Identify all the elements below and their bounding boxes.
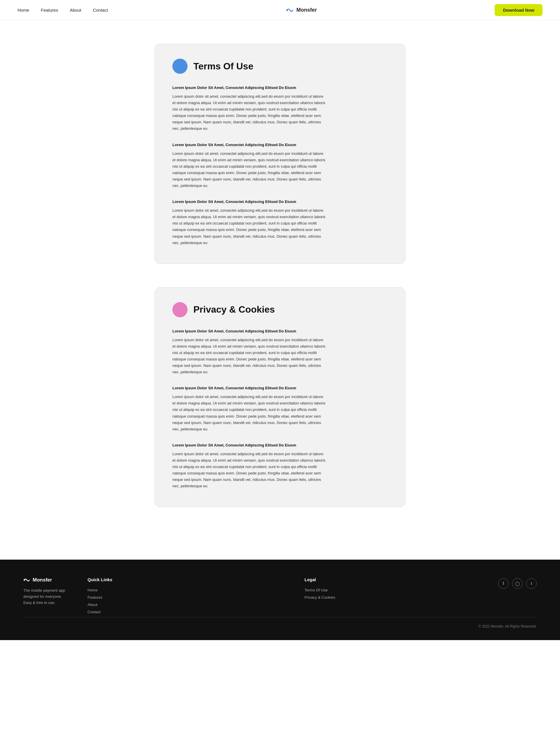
privacy-section: Privacy & Cookies Lorem Ipsum Dolor Sit …: [155, 287, 405, 507]
content-block: Lorem Ipsum Dolor Sit Amet, Consectet Ad…: [172, 386, 388, 432]
privacy-icon: [172, 302, 188, 317]
svg-point-0: [286, 9, 288, 11]
footer-legal-title: Legal: [305, 577, 498, 582]
content-block: Lorem Ipsum Dolor Sit Amet, Consectet Ad…: [172, 143, 388, 189]
terms-title: Terms Of Use: [193, 61, 253, 72]
content-subtitle: Lorem Ipsum Dolor Sit Amet, Consectet Ad…: [172, 386, 388, 390]
footer-bottom: © 2022 Monsfer. All Rights Reserved.: [23, 617, 537, 628]
footer-legal: Legal Terms Of UsePrivacy & Cookies: [305, 577, 498, 617]
nav-logo-text: Monsfer: [296, 7, 317, 13]
footer-columns: Quick Links HomeFeaturesAboutContact Leg…: [87, 577, 498, 617]
content-block: Lorem Ipsum Dolor Sit Amet, Consectet Ad…: [172, 85, 388, 132]
footer-legal-link[interactable]: Terms Of Use: [305, 588, 498, 592]
footer-copyright: © 2022 Monsfer. All Rights Reserved.: [478, 624, 537, 628]
content-text: Lorem ipsum dolor sit amet, consectet ad…: [172, 93, 327, 132]
footer-quick-links-title: Quick Links: [87, 577, 281, 582]
content-text: Lorem ipsum dolor sit amet, consectet ad…: [172, 394, 327, 432]
footer-quick-links: Quick Links HomeFeaturesAboutContact: [87, 577, 281, 617]
terms-header: Terms Of Use: [172, 59, 388, 74]
privacy-header: Privacy & Cookies: [172, 302, 388, 317]
footer-tagline: The mobile payment app designed for ever…: [23, 588, 87, 606]
nav-contact[interactable]: Contact: [93, 8, 108, 13]
social-instagram-button[interactable]: ◯: [512, 578, 523, 589]
content-text: Lorem ipsum dolor sit amet, consectet ad…: [172, 451, 327, 490]
nav-logo: Monsfer: [286, 7, 317, 13]
nav-features[interactable]: Features: [41, 8, 58, 13]
footer-top: Monsfer The mobile payment app designed …: [23, 577, 537, 617]
nav-home[interactable]: Home: [17, 8, 29, 13]
social-facebook-button[interactable]: f: [498, 578, 509, 589]
content-text: Lorem ipsum dolor sit amet, consectet ad…: [172, 151, 327, 189]
footer: Monsfer The mobile payment app designed …: [0, 560, 560, 640]
content-block: Lorem Ipsum Dolor Sit Amet, Consectet Ad…: [172, 329, 388, 375]
content-subtitle: Lorem Ipsum Dolor Sit Amet, Consectet Ad…: [172, 143, 388, 147]
footer-social: f ◯ t: [498, 577, 537, 589]
content-subtitle: Lorem Ipsum Dolor Sit Amet, Consectet Ad…: [172, 329, 388, 333]
content-text: Lorem ipsum dolor sit amet, consectet ad…: [172, 337, 327, 375]
content-subtitle: Lorem Ipsum Dolor Sit Amet, Consectet Ad…: [172, 85, 388, 90]
privacy-title: Privacy & Cookies: [193, 304, 275, 315]
terms-icon: [172, 59, 188, 74]
footer-quick-link[interactable]: About: [87, 602, 281, 607]
footer-quick-links-list: HomeFeaturesAboutContact: [87, 588, 281, 614]
footer-logo-icon: [23, 577, 30, 583]
footer-legal-link[interactable]: Privacy & Cookies: [305, 595, 498, 600]
footer-quick-link[interactable]: Contact: [87, 610, 281, 614]
footer-quick-link[interactable]: Features: [87, 595, 281, 600]
nav-about[interactable]: About: [70, 8, 81, 13]
nav-links: Home Features About Contact: [17, 8, 108, 13]
footer-brand: Monsfer The mobile payment app designed …: [23, 577, 87, 606]
terms-section: Terms Of Use Lorem Ipsum Dolor Sit Amet,…: [155, 44, 405, 264]
twitter-icon: t: [531, 581, 532, 586]
monsfer-logo-icon: [286, 7, 294, 13]
terms-blocks: Lorem Ipsum Dolor Sit Amet, Consectet Ad…: [172, 85, 388, 246]
footer-logo: Monsfer: [23, 577, 87, 583]
content-text: Lorem ipsum dolor sit amet, consectet ad…: [172, 207, 327, 246]
svg-point-1: [24, 579, 25, 581]
social-twitter-button[interactable]: t: [526, 578, 537, 589]
facebook-icon: f: [503, 581, 504, 586]
content-block: Lorem Ipsum Dolor Sit Amet, Consectet Ad…: [172, 200, 388, 246]
main-content: Terms Of Use Lorem Ipsum Dolor Sit Amet,…: [149, 20, 411, 560]
footer-logo-text: Monsfer: [33, 577, 52, 583]
privacy-blocks: Lorem Ipsum Dolor Sit Amet, Consectet Ad…: [172, 329, 388, 490]
content-subtitle: Lorem Ipsum Dolor Sit Amet, Consectet Ad…: [172, 200, 388, 204]
content-subtitle: Lorem Ipsum Dolor Sit Amet, Consectet Ad…: [172, 443, 388, 447]
navbar: Home Features About Contact Monsfer Down…: [0, 0, 560, 20]
download-button[interactable]: Download Now: [495, 4, 543, 16]
footer-legal-links-list: Terms Of UsePrivacy & Cookies: [305, 588, 498, 600]
content-block: Lorem Ipsum Dolor Sit Amet, Consectet Ad…: [172, 443, 388, 490]
footer-quick-link[interactable]: Home: [87, 588, 281, 592]
instagram-icon: ◯: [515, 581, 520, 586]
